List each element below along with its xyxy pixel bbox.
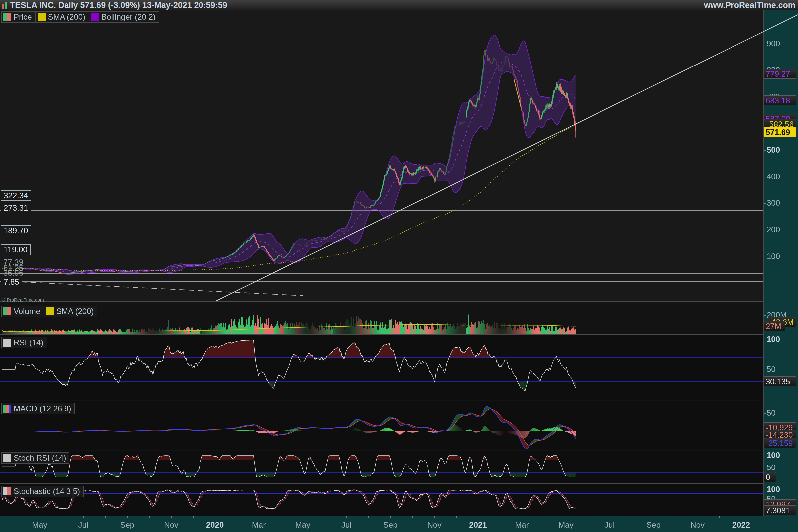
time-axis-label: Jul (341, 520, 352, 530)
time-axis-label: May (558, 520, 573, 530)
stochastic-legend: Stochastic (14 3 5) (1, 486, 84, 497)
time-axis-label: Sep (646, 520, 661, 530)
candlestick-icon (2, 1, 8, 9)
volume-legend: Volume SMA (200) (1, 306, 97, 317)
macd-axis-tick: 50 (767, 408, 776, 418)
legend-label: RSI (14) (14, 338, 43, 347)
time-axis-label: Sep (383, 520, 398, 530)
time-axis-label: Jul (605, 520, 615, 530)
macd-legend: MACD (12 26 9) (1, 403, 75, 414)
price-legend: Price SMA (200) Bollinger (20 2) (1, 11, 159, 23)
time-axis-label: May (295, 520, 310, 530)
time-axis-label: Mar (515, 520, 529, 530)
price-swatch-icon (3, 13, 11, 21)
rsi-swatch-icon (3, 339, 11, 347)
legend-chip-volume-sma[interactable]: SMA (200) (44, 306, 97, 317)
macd-swatch-icon (3, 405, 11, 413)
support-level-label: 7.85 (1, 277, 22, 287)
chart-application: TESLA INC. Daily 571.69 (-3.09%) 13-May-… (0, 0, 798, 532)
legend-label: SMA (200) (48, 12, 86, 22)
rsi-axis-tick: 50 (767, 365, 776, 374)
time-axis-label: Mar (252, 520, 266, 530)
time-axis-label: Nov (690, 520, 705, 530)
value-box: 571.69 (764, 127, 796, 137)
time-axis-label: Sep (120, 520, 134, 530)
value-box: 7.3081 (764, 506, 796, 515)
legend-chip-macd[interactable]: MACD (12 26 9) (1, 403, 75, 414)
sma-swatch-icon (38, 13, 45, 21)
support-level-label: 322.34 (1, 190, 31, 201)
legend-chip-stochastic[interactable]: Stochastic (14 3 5) (1, 486, 84, 497)
legend-chip-price[interactable]: Price (1, 11, 36, 23)
volume-sma-swatch-icon (46, 307, 54, 315)
legend-label: Stochastic (14 3 5) (14, 487, 80, 496)
chart-canvas[interactable] (0, 0, 798, 532)
price-axis-tick: 100 (767, 252, 780, 261)
stochastic-swatch-icon (3, 488, 11, 495)
time-axis-label: May (32, 520, 47, 530)
price-axis-tick: 500 (767, 145, 780, 155)
time-axis-label: Jul (78, 520, 89, 530)
legend-chip-volume[interactable]: Volume (1, 306, 44, 317)
legend-chip-stochrsi[interactable]: Stoch RSI (14) (1, 452, 70, 463)
time-axis-label: 2022 (733, 520, 750, 530)
legend-label: SMA (200) (56, 307, 94, 316)
support-level-label: 119.00 (1, 244, 31, 255)
stochrsi-axis-tick: 100 (767, 451, 780, 460)
copyright-watermark: © ProRealTime.com (2, 297, 44, 303)
value-box: 683.18 (764, 95, 796, 106)
legend-label: MACD (12 26 9) (14, 404, 71, 413)
instrument-title: TESLA INC. Daily 571.69 (-3.09%) 13-May-… (10, 0, 227, 10)
stoch-axis-tick: 100 (767, 485, 780, 494)
legend-label: Volume (14, 307, 40, 316)
legend-chip-sma200[interactable]: SMA (200) (36, 11, 89, 23)
legend-chip-bollinger[interactable]: Bollinger (20 2) (89, 11, 159, 23)
title-bar: TESLA INC. Daily 571.69 (-3.09%) 13-May-… (0, 0, 798, 10)
value-box: 0 (764, 472, 776, 482)
legend-label: Price (14, 12, 32, 22)
price-axis-tick: 300 (767, 198, 780, 208)
rsi-legend: RSI (14) (1, 337, 47, 348)
legend-label: Stoch RSI (14) (14, 453, 66, 462)
stochrsi-legend: Stoch RSI (14) (1, 452, 70, 463)
value-box: 779.27 (764, 69, 796, 79)
value-box: 27M (764, 321, 785, 331)
support-level-label: 273.31 (1, 203, 31, 213)
legend-label: Bollinger (20 2) (101, 12, 156, 22)
time-axis-label: Nov (164, 520, 178, 530)
price-axis-tick: 900 (767, 39, 780, 48)
legend-chip-rsi[interactable]: RSI (14) (1, 337, 47, 348)
stochrsi-swatch-icon (3, 454, 11, 462)
time-axis-label: 2020 (206, 520, 224, 530)
volume-swatch-icon (3, 307, 11, 315)
price-axis-tick: 200 (767, 225, 780, 234)
price-axis-tick: 400 (767, 172, 780, 181)
rsi-axis-tick: 100 (767, 335, 780, 344)
time-axis-label: Nov (427, 520, 441, 530)
stochrsi-axis-tick: 50 (767, 463, 776, 472)
watermark-link[interactable]: www.ProRealTime.com (704, 0, 795, 10)
bollinger-swatch-icon (91, 13, 99, 21)
value-box: 30.135 (764, 376, 796, 386)
value-box: -25.159 (764, 438, 796, 448)
support-level-label: 189.70 (1, 225, 31, 236)
time-axis-label: 2021 (469, 520, 487, 530)
